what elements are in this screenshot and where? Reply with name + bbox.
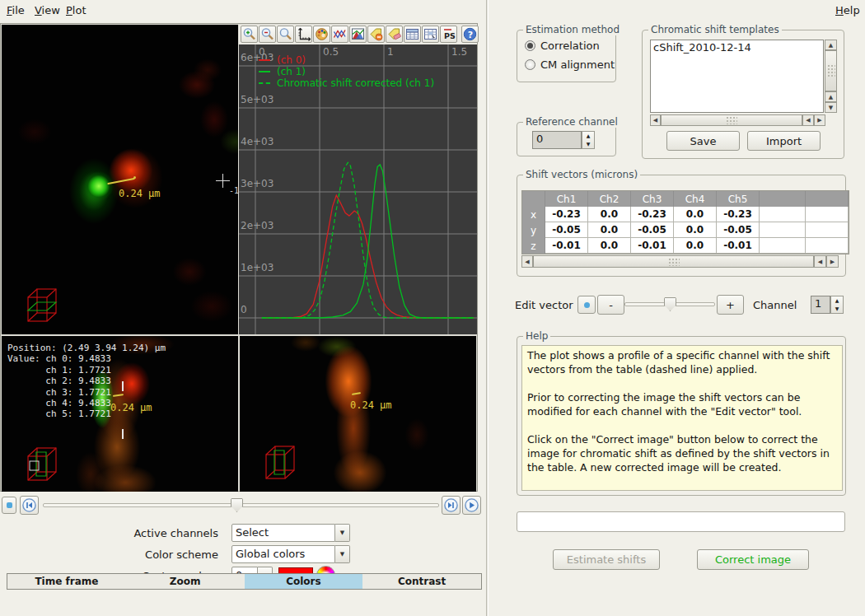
menu-plot[interactable]: Plot bbox=[66, 4, 86, 16]
table-cell[interactable]: -0.23 bbox=[545, 207, 588, 222]
table-cell[interactable]: 0.0 bbox=[674, 222, 717, 238]
ps-export-button[interactable]: PS bbox=[440, 26, 457, 43]
table-cell[interactable] bbox=[806, 207, 849, 222]
table-cell[interactable]: -0.05 bbox=[631, 222, 674, 238]
table-cell[interactable]: -0.23 bbox=[717, 207, 760, 222]
vector-plus-button[interactable]: + bbox=[717, 295, 744, 315]
label-remove-button[interactable] bbox=[367, 26, 385, 43]
table-cell[interactable]: -0.23 bbox=[631, 207, 674, 222]
tab-colors[interactable]: Colors bbox=[245, 574, 363, 589]
table-cell[interactable] bbox=[806, 238, 849, 254]
table-cell[interactable]: 0.0 bbox=[588, 207, 631, 222]
active-channels-select[interactable]: Select bbox=[231, 524, 335, 542]
correct-image-button[interactable]: Correct image bbox=[697, 549, 809, 570]
zoom-in-button[interactable] bbox=[241, 26, 258, 43]
image-panel-zy[interactable]: 0.24 µm bbox=[240, 336, 476, 492]
palette-button[interactable] bbox=[313, 26, 330, 43]
help-button[interactable]: ? bbox=[461, 26, 479, 43]
vector-minus-button[interactable]: - bbox=[597, 295, 624, 315]
svg-text:6e+03: 6e+03 bbox=[241, 52, 274, 63]
skip-to-start-button[interactable] bbox=[20, 496, 39, 515]
save-button[interactable]: Save bbox=[666, 131, 740, 151]
label-erase-button[interactable] bbox=[386, 26, 403, 43]
table-scrollbar-thumb[interactable] bbox=[533, 255, 814, 268]
table-cell[interactable]: 0.0 bbox=[588, 222, 631, 238]
shift-vectors-table[interactable]: Ch1Ch2Ch3Ch4Ch5x-0.230.0-0.230.0-0.23y-0… bbox=[521, 190, 849, 254]
table-button[interactable] bbox=[404, 26, 421, 43]
table-cell[interactable]: -0.01 bbox=[717, 238, 760, 254]
scroll-up-button[interactable]: ▲ bbox=[825, 40, 837, 50]
scroll-up-button-2[interactable]: ▲ bbox=[825, 91, 837, 102]
measurement-label: 0.24 µm bbox=[110, 402, 152, 413]
table-header-cell bbox=[522, 191, 545, 207]
channel-spinbox[interactable]: 1 bbox=[811, 296, 830, 314]
help-group: Help The plot shows a profile of a speci… bbox=[517, 336, 846, 496]
table-cell[interactable] bbox=[760, 207, 806, 222]
image-panel-xy[interactable]: 0.24 µm -1 bbox=[2, 25, 238, 334]
axes-button[interactable] bbox=[295, 26, 312, 43]
horizontal-scrollbar-thumb[interactable] bbox=[661, 114, 802, 126]
table-cell[interactable]: -0.01 bbox=[631, 238, 674, 254]
table-header-cell: Ch5 bbox=[717, 191, 760, 207]
edit-vector-indicator-button[interactable] bbox=[577, 296, 596, 314]
orientation-cube-icon bbox=[25, 446, 59, 485]
chart-button[interactable] bbox=[349, 26, 367, 43]
color-scheme-select[interactable]: Global colors bbox=[231, 545, 335, 563]
menu-help[interactable]: Help bbox=[835, 4, 860, 16]
svg-text:3e+03: 3e+03 bbox=[241, 178, 274, 189]
table-header-cell: Ch4 bbox=[674, 191, 717, 207]
vector-slider-thumb[interactable] bbox=[664, 297, 676, 311]
table-cell[interactable]: -0.01 bbox=[545, 238, 588, 254]
help-paragraph: Click on the "Correct image" button belo… bbox=[527, 432, 837, 474]
scroll-down-button[interactable]: ▼ bbox=[825, 102, 837, 113]
zoom-reset-icon bbox=[278, 26, 293, 42]
table-cell[interactable] bbox=[760, 238, 806, 254]
menu-view[interactable]: View bbox=[35, 4, 60, 16]
list-item[interactable]: cShift_2010-12-14 bbox=[653, 41, 821, 54]
scroll-left-button-2[interactable]: ◀ bbox=[802, 114, 814, 126]
panel-divider[interactable] bbox=[486, 0, 489, 616]
scroll-left-button[interactable]: ◀ bbox=[650, 114, 661, 126]
skip-to-end-button[interactable] bbox=[442, 496, 461, 515]
color-scheme-arrow[interactable]: ▼ bbox=[335, 545, 350, 563]
estimation-method-group: Estimation method Correlation CM alignme… bbox=[517, 30, 616, 82]
table-cell[interactable] bbox=[806, 222, 849, 238]
profile-curves-button[interactable] bbox=[331, 26, 348, 43]
radio-correlation[interactable] bbox=[525, 40, 535, 51]
table-cell[interactable]: -0.05 bbox=[545, 222, 588, 238]
table-cell[interactable]: 0.0 bbox=[588, 238, 631, 254]
table-scroll-left-button[interactable]: ◀ bbox=[521, 255, 533, 268]
status-input[interactable] bbox=[517, 511, 845, 532]
table-scroll-right-button[interactable]: ▶ bbox=[826, 255, 839, 268]
templates-listbox[interactable]: cShift_2010-12-14 bbox=[650, 40, 824, 113]
zoom-out-button[interactable] bbox=[259, 26, 276, 43]
plot-toolbar: PS ? bbox=[239, 25, 477, 44]
table-cell[interactable]: 0.0 bbox=[674, 238, 717, 254]
image-viewer: 0.24 µm -1 PS bbox=[0, 23, 478, 492]
table-cell[interactable] bbox=[760, 222, 806, 238]
scroll-right-button[interactable]: ▶ bbox=[814, 114, 825, 126]
profile-plot[interactable]: 00.511.501e+032e+033e+034e+035e+036e+03 … bbox=[239, 44, 477, 334]
channel-spin-arrows[interactable]: ▲▼ bbox=[830, 296, 844, 314]
estimate-shifts-button[interactable]: Estimate shifts bbox=[553, 549, 660, 570]
play-button[interactable] bbox=[462, 496, 481, 515]
timeline-indicator-button[interactable] bbox=[2, 497, 16, 514]
tab-zoom[interactable]: Zoom bbox=[126, 574, 245, 589]
menu-file[interactable]: File bbox=[7, 4, 25, 16]
active-channels-arrow[interactable]: ▼ bbox=[335, 524, 350, 542]
zoom-reset-button[interactable] bbox=[277, 26, 294, 43]
table-cell[interactable]: -0.05 bbox=[717, 222, 760, 238]
svg-text:0.5: 0.5 bbox=[323, 46, 339, 58]
vertical-scrollbar-thumb[interactable] bbox=[825, 50, 837, 91]
image-panel-xz[interactable]: Position: (2.49 3.94 1.24) µm Value: ch … bbox=[2, 336, 238, 492]
tab-time-frame[interactable]: Time frame bbox=[7, 574, 126, 589]
reference-channel-spin-arrows[interactable]: ▲▼ bbox=[582, 131, 595, 149]
table-cell[interactable]: 0.0 bbox=[674, 207, 717, 222]
slice-slider-thumb[interactable] bbox=[231, 498, 243, 512]
import-button[interactable]: Import bbox=[747, 131, 821, 151]
radio-cm-alignment[interactable] bbox=[525, 59, 535, 70]
reference-channel-spinbox[interactable]: 0 bbox=[532, 131, 582, 149]
table-select-button[interactable] bbox=[422, 26, 439, 43]
tab-contrast[interactable]: Contrast bbox=[362, 574, 481, 589]
table-scroll-left-button-2[interactable]: ◀ bbox=[814, 255, 826, 268]
